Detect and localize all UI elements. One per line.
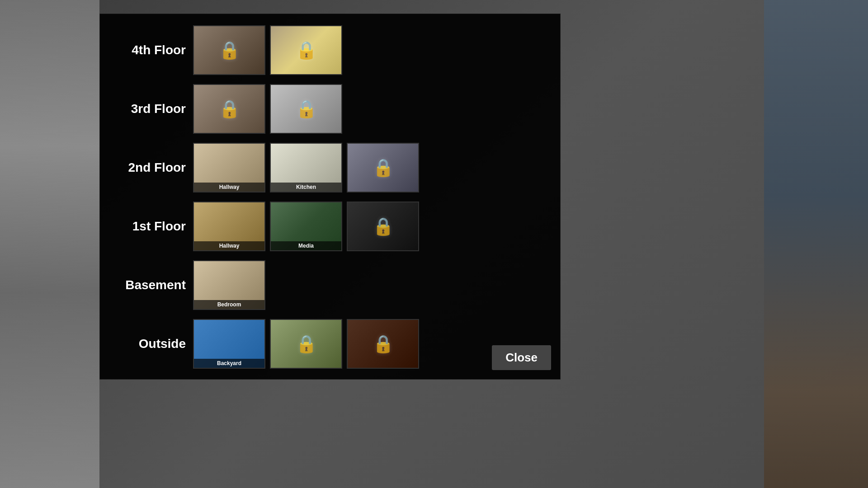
floor-label-2nd-floor: 2nd Floor <box>113 160 186 175</box>
floor-row-basement: BasementBedroom <box>113 258 547 312</box>
floor-rooms-outside: Backyard🔒🔒 <box>193 319 419 369</box>
floor-label-basement: Basement <box>113 278 186 292</box>
room-thumbnail-3f-room2: 🔒 <box>271 85 341 133</box>
room-card-4f-room2[interactable]: 🔒 <box>270 25 342 75</box>
floor-label-outside: Outside <box>113 337 186 351</box>
room-card-b-bedroom[interactable]: Bedroom <box>193 260 265 310</box>
room-name-badge-b-bedroom: Bedroom <box>194 300 264 309</box>
room-card-1f-media[interactable]: Media <box>270 202 342 251</box>
room-thumbnail-2f-kitchen: Kitchen <box>271 144 341 192</box>
lock-icon-3f-room2: 🔒 <box>296 99 317 119</box>
lock-icon-4f-room1: 🔒 <box>219 40 240 60</box>
floor-rooms-3rd-floor: 🔒🔒 <box>193 84 342 134</box>
room-name-badge-out-backyard: Backyard <box>194 359 264 368</box>
room-thumbnail-1f-room3: 🔒 <box>348 202 418 250</box>
room-thumbnail-2f-room3: 🔒 <box>348 144 418 192</box>
room-thumbnail-out-room3: 🔒 <box>348 320 418 368</box>
room-thumbnail-out-room2: 🔒 <box>271 320 341 368</box>
room-name-badge-1f-hallway: Hallway <box>194 241 264 250</box>
bg-left-scene <box>0 0 99 488</box>
lock-icon-4f-room2: 🔒 <box>296 40 317 60</box>
room-thumbnail-2f-hallway: Hallway <box>194 144 264 192</box>
floor-row-2nd-floor: 2nd FloorHallwayKitchen🔒 <box>113 141 547 195</box>
room-select-modal: 4th Floor🔒🔒3rd Floor🔒🔒2nd FloorHallwayKi… <box>99 14 561 380</box>
room-card-3f-room1[interactable]: 🔒 <box>193 84 265 134</box>
room-name-badge-1f-media: Media <box>271 241 341 250</box>
room-thumbnail-4f-room1: 🔒 <box>194 26 264 74</box>
room-card-out-room3[interactable]: 🔒 <box>347 319 419 369</box>
lock-icon-1f-room3: 🔒 <box>373 216 394 236</box>
floor-rooms-4th-floor: 🔒🔒 <box>193 25 342 75</box>
room-card-4f-room1[interactable]: 🔒 <box>193 25 265 75</box>
floor-rooms-2nd-floor: HallwayKitchen🔒 <box>193 143 419 192</box>
room-card-out-backyard[interactable]: Backyard <box>193 319 265 369</box>
floor-row-outside: OutsideBackyard🔒🔒 <box>113 317 547 371</box>
lock-icon-out-room2: 🔒 <box>296 334 317 354</box>
floor-row-3rd-floor: 3rd Floor🔒🔒 <box>113 82 547 136</box>
room-thumbnail-out-backyard: Backyard <box>194 320 264 368</box>
room-card-1f-hallway[interactable]: Hallway <box>193 202 265 251</box>
floor-rooms-1st-floor: HallwayMedia🔒 <box>193 202 419 251</box>
room-name-badge-2f-hallway: Hallway <box>194 183 264 192</box>
room-card-out-room2[interactable]: 🔒 <box>270 319 342 369</box>
room-card-1f-room3[interactable]: 🔒 <box>347 202 419 251</box>
room-card-2f-room3[interactable]: 🔒 <box>347 143 419 192</box>
lock-icon-2f-room3: 🔒 <box>373 158 394 178</box>
floor-label-4th-floor: 4th Floor <box>113 43 186 57</box>
room-name-badge-2f-kitchen: Kitchen <box>271 183 341 192</box>
room-card-2f-kitchen[interactable]: Kitchen <box>270 143 342 192</box>
room-card-2f-hallway[interactable]: Hallway <box>193 143 265 192</box>
close-button[interactable]: Close <box>492 345 551 370</box>
lock-icon-out-room3: 🔒 <box>373 334 394 354</box>
room-card-3f-room2[interactable]: 🔒 <box>270 84 342 134</box>
room-thumbnail-b-bedroom: Bedroom <box>194 261 264 309</box>
bg-right-scene <box>764 0 868 488</box>
room-thumbnail-4f-room2: 🔒 <box>271 26 341 74</box>
floor-label-3rd-floor: 3rd Floor <box>113 102 186 116</box>
room-thumbnail-1f-hallway: Hallway <box>194 202 264 250</box>
lock-icon-3f-room1: 🔒 <box>219 99 240 119</box>
floor-row-4th-floor: 4th Floor🔒🔒 <box>113 23 547 77</box>
room-thumbnail-1f-media: Media <box>271 202 341 250</box>
floor-label-1st-floor: 1st Floor <box>113 219 186 234</box>
floor-rooms-basement: Bedroom <box>193 260 265 310</box>
floor-row-1st-floor: 1st FloorHallwayMedia🔒 <box>113 199 547 253</box>
room-thumbnail-3f-room1: 🔒 <box>194 85 264 133</box>
